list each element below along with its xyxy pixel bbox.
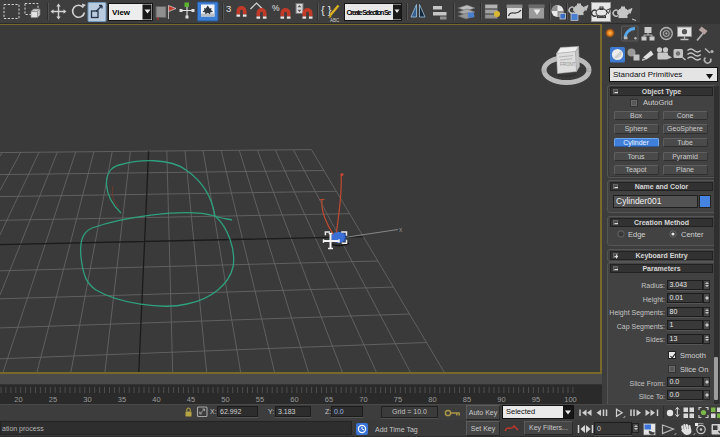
- svg-text:ABC: ABC: [330, 18, 340, 23]
- svg-text:70: 70: [359, 395, 367, 404]
- svg-text:30: 30: [83, 395, 91, 404]
- svg-text:60: 60: [290, 395, 298, 404]
- svg-text:40: 40: [152, 395, 160, 404]
- svg-text:35: 35: [118, 395, 126, 404]
- svg-text:55: 55: [256, 395, 264, 404]
- svg-text:100: 100: [564, 395, 577, 404]
- svg-text:FRONT: FRONT: [560, 62, 576, 67]
- svg-text:x: x: [399, 226, 403, 233]
- svg-text:50: 50: [221, 395, 229, 404]
- svg-text:80: 80: [428, 395, 436, 404]
- svg-text:95: 95: [532, 395, 540, 404]
- svg-text:Create Selection Se: Create Selection Se: [347, 9, 392, 16]
- svg-text:65: 65: [325, 395, 333, 404]
- svg-text:85: 85: [463, 395, 471, 404]
- svg-text:View: View: [112, 8, 131, 17]
- svg-text:45: 45: [187, 395, 195, 404]
- svg-text:E: E: [587, 67, 591, 73]
- svg-text:3: 3: [226, 3, 231, 14]
- svg-text:W: W: [541, 68, 547, 74]
- svg-text:75: 75: [394, 395, 402, 404]
- svg-text:20: 20: [14, 395, 22, 404]
- svg-text:25: 25: [49, 395, 57, 404]
- svg-text:90: 90: [497, 395, 505, 404]
- svg-text:%: %: [272, 3, 280, 13]
